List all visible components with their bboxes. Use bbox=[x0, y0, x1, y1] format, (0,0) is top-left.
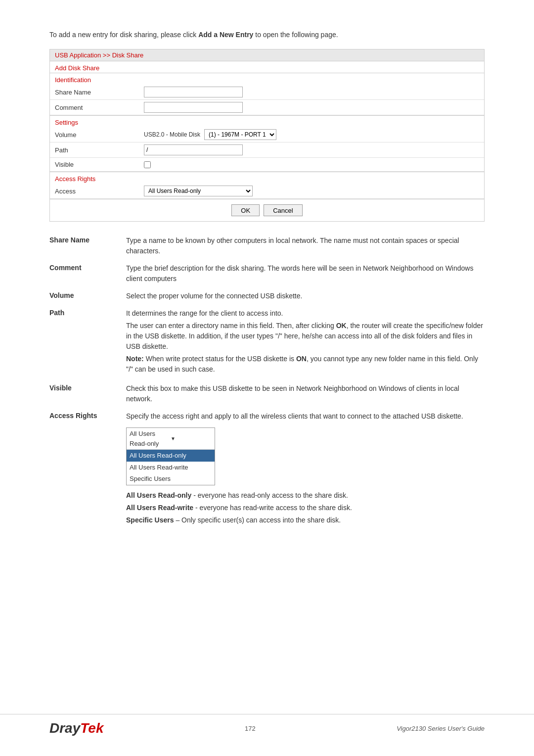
share-name-label: Share Name bbox=[50, 87, 139, 98]
intro-link-text: Add a New Entry bbox=[198, 31, 253, 39]
desc-volume: Volume Select the proper volume for the … bbox=[49, 291, 485, 301]
access-explain-specific-term: Specific Users bbox=[126, 516, 174, 524]
path-row: Path bbox=[50, 142, 484, 158]
desc-comment-term: Comment bbox=[49, 263, 126, 272]
visible-checkbox[interactable] bbox=[144, 161, 151, 168]
desc-comment: Comment Type the brief description for t… bbox=[49, 263, 485, 284]
desc-share-name: Share Name Type a name to be known by ot… bbox=[49, 236, 485, 256]
access-label: Access bbox=[50, 186, 139, 197]
footer-page-number: 172 bbox=[103, 725, 397, 732]
desc-visible-term: Visible bbox=[49, 383, 126, 392]
panel-breadcrumb: USB Application >> Disk Share bbox=[50, 49, 484, 61]
dropdown-option-read-only-selected: All Users Read-only bbox=[127, 450, 215, 462]
access-explain-readwrite-desc: - everyone has read-write access to the … bbox=[195, 504, 352, 512]
desc-path: Path It determines the range for the cli… bbox=[49, 308, 485, 377]
access-explain-specific-desc: – Only specific user(s) can access into … bbox=[176, 516, 341, 524]
identification-section-label: Identification bbox=[50, 73, 484, 85]
intro-text-before: To add a new entry for disk sharing, ple… bbox=[49, 31, 198, 39]
desc-access-rights-term: Access Rights bbox=[49, 411, 126, 420]
access-rights-section-label: Access Rights bbox=[50, 172, 484, 184]
desc-access-rights-def: Specify the access right and apply to al… bbox=[126, 411, 485, 527]
intro-paragraph: To add a new entry for disk sharing, ple… bbox=[49, 30, 485, 40]
disk-share-form-panel: USB Application >> Disk Share Add Disk S… bbox=[49, 49, 485, 222]
visible-control bbox=[139, 159, 484, 170]
dropdown-selected-label: All Users Read-only bbox=[130, 429, 171, 448]
desc-volume-def: Select the proper volume for the connect… bbox=[126, 291, 485, 301]
desc-access-rights: Access Rights Specify the access right a… bbox=[49, 411, 485, 527]
desc-visible: Visible Check this box to make this USB … bbox=[49, 383, 485, 404]
access-control: All Users Read-only All Users Read-write… bbox=[139, 184, 484, 198]
dropdown-preview-header: All Users Read-only ▼ bbox=[127, 428, 215, 450]
visible-label: Visible bbox=[50, 159, 139, 170]
dropdown-arrow-icon: ▼ bbox=[171, 435, 212, 442]
desc-path-def: It determines the range for the client t… bbox=[126, 308, 485, 377]
comment-label: Comment bbox=[50, 102, 139, 113]
intro-text-after: to open the following page. bbox=[253, 31, 338, 39]
footer-guide-text: Vigor2130 Series User's Guide bbox=[397, 725, 485, 732]
access-dropdown-preview: All Users Read-only ▼ All Users Read-onl… bbox=[126, 427, 215, 485]
share-name-row: Share Name bbox=[50, 85, 484, 100]
logo-dray: Dray bbox=[49, 720, 80, 736]
page-footer: DrayTek 172 Vigor2130 Series User's Guid… bbox=[0, 714, 534, 736]
volume-row: Volume USB2.0 - Mobile Disk (1) - 1967M … bbox=[50, 127, 484, 142]
volume-label: Volume bbox=[50, 129, 139, 141]
access-row: Access All Users Read-only All Users Rea… bbox=[50, 184, 484, 199]
path-label: Path bbox=[50, 144, 139, 156]
volume-select[interactable]: (1) - 1967M - PORT 1 bbox=[204, 129, 276, 140]
dropdown-option-specific-users: Specific Users bbox=[127, 473, 215, 485]
form-buttons: OK Cancel bbox=[50, 199, 484, 221]
dropdown-option-read-write: All Users Read-write bbox=[127, 462, 215, 473]
visible-row: Visible bbox=[50, 158, 484, 172]
company-logo: DrayTek bbox=[49, 720, 103, 736]
desc-comment-def: Type the brief description for the disk … bbox=[126, 263, 485, 284]
settings-section-label: Settings bbox=[50, 115, 484, 127]
comment-control bbox=[139, 100, 484, 115]
share-name-control bbox=[139, 85, 484, 99]
logo-tek: Tek bbox=[80, 720, 103, 736]
desc-share-name-def: Type a name to be known by other compute… bbox=[126, 236, 485, 256]
desc-share-name-term: Share Name bbox=[49, 236, 126, 244]
desc-path-term: Path bbox=[49, 308, 126, 317]
form-title: Add Disk Share bbox=[50, 61, 484, 73]
cancel-button[interactable]: Cancel bbox=[264, 204, 302, 216]
path-control bbox=[139, 142, 484, 157]
path-input[interactable] bbox=[144, 144, 243, 155]
access-explain-readonly-desc: - everyone has read-only access to the s… bbox=[193, 491, 348, 499]
volume-text: USB2.0 - Mobile Disk bbox=[144, 131, 200, 138]
ok-button[interactable]: OK bbox=[231, 204, 260, 216]
desc-volume-term: Volume bbox=[49, 291, 126, 299]
access-explain-readonly-term: All Users Read-only bbox=[126, 491, 191, 499]
comment-input[interactable] bbox=[144, 102, 243, 113]
desc-visible-def: Check this box to make this USB diskette… bbox=[126, 383, 485, 404]
comment-row: Comment bbox=[50, 100, 484, 115]
share-name-input[interactable] bbox=[144, 87, 243, 97]
access-select[interactable]: All Users Read-only All Users Read-write… bbox=[144, 186, 253, 196]
breadcrumb-label: USB Application >> Disk Share bbox=[55, 51, 143, 59]
field-descriptions: Share Name Type a name to be known by ot… bbox=[49, 236, 485, 527]
access-explain-readwrite-term: All Users Read-write bbox=[126, 504, 193, 512]
volume-control: USB2.0 - Mobile Disk (1) - 1967M - PORT … bbox=[139, 127, 484, 142]
